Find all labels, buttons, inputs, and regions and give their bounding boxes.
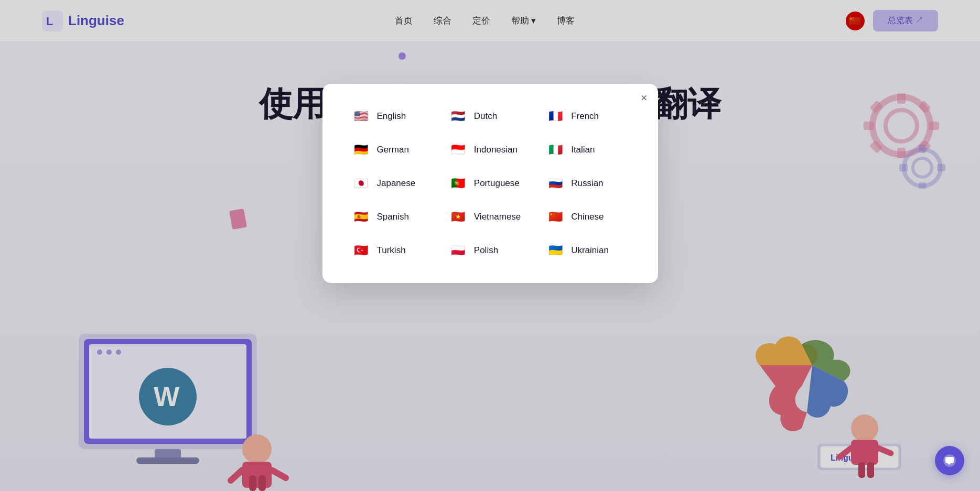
language-item-polish[interactable]: 🇵🇱 Polish — [445, 239, 535, 262]
flag-german: 🇩🇪 — [352, 140, 371, 159]
flag-english: 🇺🇸 — [352, 107, 371, 126]
language-grid: 🇺🇸 English 🇳🇱 Dutch 🇫🇷 French 🇩🇪 German … — [348, 105, 633, 262]
language-item-turkish[interactable]: 🇹🇷 Turkish — [348, 239, 438, 262]
lang-name-french: French — [571, 111, 599, 122]
language-item-japanese[interactable]: 🇯🇵 Japanese — [348, 172, 438, 195]
flag-russian: 🇷🇺 — [546, 174, 565, 193]
language-item-ukrainian[interactable]: 🇺🇦 Ukrainian — [542, 239, 632, 262]
lang-name-polish: Polish — [474, 245, 498, 256]
lang-name-spanish: Spanish — [377, 212, 409, 222]
flag-spanish: 🇪🇸 — [352, 208, 371, 226]
lang-name-dutch: Dutch — [474, 111, 497, 122]
language-item-indonesian[interactable]: 🇮🇩 Indonesian — [445, 138, 535, 161]
language-item-italian[interactable]: 🇮🇹 Italian — [542, 138, 632, 161]
language-item-english[interactable]: 🇺🇸 English — [348, 105, 438, 128]
flag-italian: 🇮🇹 — [546, 140, 565, 159]
language-item-dutch[interactable]: 🇳🇱 Dutch — [445, 105, 535, 128]
flag-indonesian: 🇮🇩 — [449, 140, 468, 159]
language-item-chinese[interactable]: 🇨🇳 Chinese — [542, 205, 632, 228]
flag-ukrainian: 🇺🇦 — [546, 241, 565, 260]
lang-name-vietnamese: Vietnamese — [474, 212, 521, 222]
language-item-portuguese[interactable]: 🇵🇹 Portuguese — [445, 172, 535, 195]
chat-bubble[interactable] — [935, 446, 964, 475]
flag-japanese: 🇯🇵 — [352, 174, 371, 193]
lang-name-turkish: Turkish — [377, 245, 406, 256]
lang-name-chinese: Chinese — [571, 212, 604, 222]
language-item-russian[interactable]: 🇷🇺 Russian — [542, 172, 632, 195]
lang-name-english: English — [377, 111, 406, 122]
language-modal: × 🇺🇸 English 🇳🇱 Dutch 🇫🇷 French 🇩🇪 Germa… — [322, 84, 658, 283]
language-item-spanish[interactable]: 🇪🇸 Spanish — [348, 205, 438, 228]
flag-dutch: 🇳🇱 — [449, 107, 468, 126]
language-item-french[interactable]: 🇫🇷 French — [542, 105, 632, 128]
flag-vietnamese: 🇻🇳 — [449, 208, 468, 226]
lang-name-portuguese: Portuguese — [474, 178, 520, 189]
lang-name-german: German — [377, 145, 409, 155]
flag-polish: 🇵🇱 — [449, 241, 468, 260]
flag-portuguese: 🇵🇹 — [449, 174, 468, 193]
lang-name-russian: Russian — [571, 178, 603, 189]
language-item-german[interactable]: 🇩🇪 German — [348, 138, 438, 161]
flag-turkish: 🇹🇷 — [352, 241, 371, 260]
lang-name-ukrainian: Ukrainian — [571, 245, 609, 256]
flag-french: 🇫🇷 — [546, 107, 565, 126]
flag-chinese: 🇨🇳 — [546, 208, 565, 226]
modal-close-button[interactable]: × — [641, 92, 648, 104]
language-item-vietnamese[interactable]: 🇻🇳 Vietnamese — [445, 205, 535, 228]
modal-overlay[interactable]: × 🇺🇸 English 🇳🇱 Dutch 🇫🇷 French 🇩🇪 Germa… — [0, 0, 980, 491]
lang-name-japanese: Japanese — [377, 178, 416, 189]
lang-name-indonesian: Indonesian — [474, 145, 518, 155]
lang-name-italian: Italian — [571, 145, 595, 155]
